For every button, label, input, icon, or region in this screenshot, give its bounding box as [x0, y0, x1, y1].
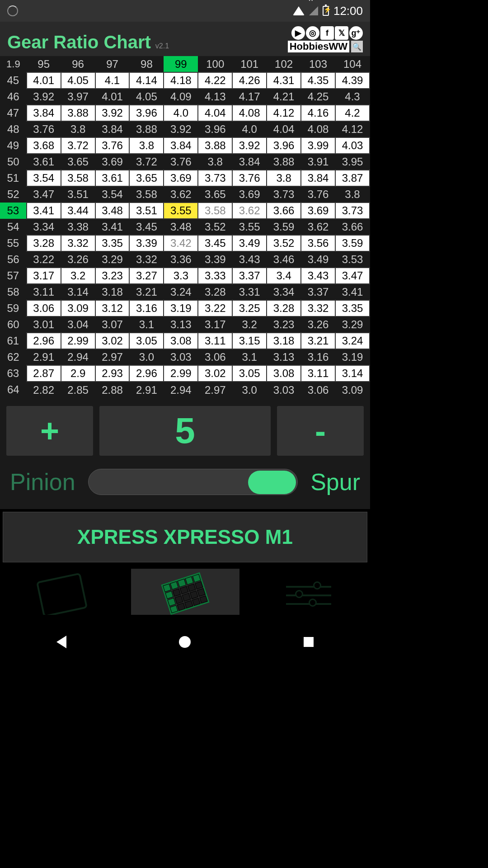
ratio-cell[interactable]: 3.22 [27, 251, 61, 268]
ratio-cell[interactable]: 3.14 [61, 284, 95, 300]
ratio-cell[interactable]: 3.66 [335, 219, 370, 235]
ratio-cell[interactable]: 2.93 [95, 365, 130, 382]
ratio-cell[interactable]: 3.96 [267, 137, 301, 154]
ratio-cell[interactable]: 3.35 [335, 300, 370, 316]
twitter-icon[interactable]: 𝕏 [335, 26, 348, 40]
ratio-cell[interactable]: 3.09 [335, 382, 370, 398]
ratio-cell[interactable]: 3.8 [129, 137, 164, 154]
ratio-cell[interactable]: 3.53 [335, 251, 370, 268]
ratio-cell[interactable]: 3.1 [232, 349, 267, 365]
row-header[interactable]: 51 [0, 170, 27, 186]
pinion-label[interactable]: Pinion [10, 468, 75, 495]
ratio-cell[interactable]: 3.41 [95, 219, 130, 235]
ratio-cell[interactable]: 3.03 [164, 349, 198, 365]
ratio-cell[interactable]: 3.69 [301, 203, 335, 219]
ratio-cell[interactable]: 3.84 [95, 121, 130, 137]
col-header[interactable]: 102 [267, 56, 301, 72]
ratio-cell[interactable]: 3.99 [301, 137, 335, 154]
ratio-cell[interactable]: 3.41 [27, 203, 61, 219]
ratio-cell[interactable]: 3.25 [232, 300, 267, 316]
ratio-cell[interactable]: 3.88 [61, 105, 95, 121]
ratio-cell[interactable]: 3.16 [129, 300, 164, 316]
ratio-cell[interactable]: 3.02 [198, 365, 232, 382]
row-header[interactable]: 49 [0, 137, 27, 154]
col-header[interactable]: 104 [335, 56, 370, 72]
ratio-cell[interactable]: 3.47 [335, 268, 370, 284]
ratio-cell[interactable]: 3.2 [61, 268, 95, 284]
ratio-cell[interactable]: 3.2 [232, 316, 267, 333]
ratio-cell[interactable]: 3.04 [61, 316, 95, 333]
ratio-cell[interactable]: 3.69 [164, 170, 198, 186]
ratio-cell[interactable]: 3.24 [164, 284, 198, 300]
ratio-cell[interactable]: 3.88 [198, 137, 232, 154]
row-header[interactable]: 56 [0, 251, 27, 268]
ratio-cell[interactable]: 3.18 [95, 284, 130, 300]
ratio-cell[interactable]: 3.03 [267, 382, 301, 398]
row-header[interactable]: 64 [0, 382, 27, 398]
ratio-cell[interactable]: 3.11 [27, 284, 61, 300]
settings-tile[interactable] [254, 569, 363, 615]
ratio-cell[interactable]: 2.94 [164, 382, 198, 398]
col-header[interactable]: 96 [61, 56, 95, 72]
ratio-cell[interactable]: 3.21 [301, 333, 335, 349]
ratio-cell[interactable]: 3.48 [164, 219, 198, 235]
ratio-cell[interactable]: 3.68 [27, 137, 61, 154]
ratio-cell[interactable]: 3.44 [61, 203, 95, 219]
ratio-cell[interactable]: 3.47 [27, 186, 61, 203]
ratio-cell[interactable]: 2.9 [61, 365, 95, 382]
ratio-cell[interactable]: 4.17 [232, 89, 267, 105]
ratio-cell[interactable]: 3.49 [301, 251, 335, 268]
ratio-cell[interactable]: 2.91 [129, 382, 164, 398]
ratio-cell[interactable]: 3.92 [232, 137, 267, 154]
ratio-cell[interactable]: 4.25 [301, 89, 335, 105]
ratio-cell[interactable]: 3.1 [129, 316, 164, 333]
ratio-cell[interactable]: 4.01 [27, 72, 61, 89]
googleplus-icon[interactable]: g⁺ [349, 26, 363, 40]
youtube-icon[interactable]: ▶ [291, 26, 305, 40]
ratio-cell[interactable]: 3.76 [95, 137, 130, 154]
ratio-cell[interactable]: 4.12 [335, 121, 370, 137]
ratio-cell[interactable]: 4.05 [129, 89, 164, 105]
ratio-cell[interactable]: 3.4 [267, 268, 301, 284]
ratio-cell[interactable]: 3.56 [301, 235, 335, 251]
ratio-cell[interactable]: 3.51 [129, 203, 164, 219]
pinion-spur-toggle[interactable] [88, 469, 298, 495]
ratio-cell[interactable]: 3.43 [301, 268, 335, 284]
ratio-cell[interactable]: 4.04 [198, 105, 232, 121]
ratio-cell[interactable]: 2.88 [95, 382, 130, 398]
ratio-cell[interactable]: 3.06 [301, 382, 335, 398]
ratio-cell[interactable]: 3.46 [267, 251, 301, 268]
ratio-cell[interactable]: 3.84 [301, 170, 335, 186]
ratio-cell[interactable]: 3.32 [301, 300, 335, 316]
back-button[interactable] [56, 636, 66, 648]
ratio-cell[interactable]: 3.84 [164, 137, 198, 154]
col-header[interactable]: 103 [301, 56, 335, 72]
ratio-cell[interactable]: 3.49 [232, 235, 267, 251]
ratio-cell[interactable]: 3.51 [61, 186, 95, 203]
ratio-cell[interactable]: 3.48 [95, 203, 130, 219]
ratio-cell[interactable]: 4.2 [335, 105, 370, 121]
ratio-cell[interactable]: 3.22 [198, 300, 232, 316]
ratio-cell[interactable]: 3.09 [61, 300, 95, 316]
ratio-cell[interactable]: 3.8 [61, 121, 95, 137]
ratio-cell[interactable]: 3.17 [198, 316, 232, 333]
ratio-cell[interactable]: 3.73 [198, 170, 232, 186]
ratio-cell[interactable]: 2.97 [95, 349, 130, 365]
ratio-cell[interactable]: 3.52 [267, 235, 301, 251]
ratio-cell[interactable]: 2.96 [27, 333, 61, 349]
ratio-cell[interactable]: 4.22 [198, 72, 232, 89]
ratio-cell[interactable]: 3.55 [232, 219, 267, 235]
ratio-cell[interactable]: 3.07 [95, 316, 130, 333]
ratio-cell[interactable]: 3.34 [267, 284, 301, 300]
row-header[interactable]: 59 [0, 300, 27, 316]
ratio-cell[interactable]: 3.21 [129, 284, 164, 300]
ratio-cell[interactable]: 3.62 [301, 219, 335, 235]
ratio-cell[interactable]: 4.18 [164, 72, 198, 89]
increment-button[interactable]: + [6, 406, 93, 456]
ratio-cell[interactable]: 3.23 [267, 316, 301, 333]
ratio-cell[interactable]: 3.06 [27, 300, 61, 316]
ratio-cell[interactable]: 3.95 [335, 154, 370, 170]
ratio-cell[interactable]: 3.69 [95, 154, 130, 170]
ratio-cell[interactable]: 3.84 [232, 154, 267, 170]
ratio-cell[interactable]: 3.72 [61, 137, 95, 154]
